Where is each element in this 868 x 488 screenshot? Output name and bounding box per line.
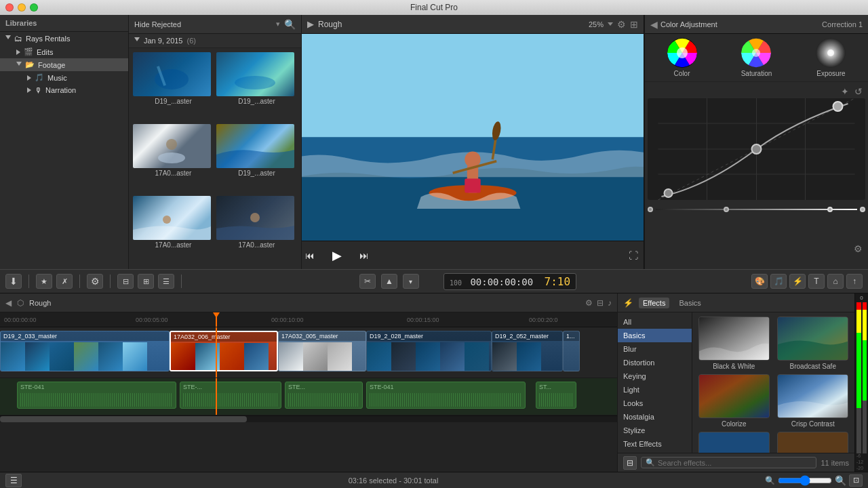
effect-broadcast[interactable]: Broadcast Safe xyxy=(776,317,851,370)
color-wheel-color[interactable]: Color xyxy=(667,38,697,77)
sidebar: Libraries 🗂 Rays Rentals 🎬 Edits 📂 Foota… xyxy=(0,15,129,269)
effects-search-input[interactable] xyxy=(658,459,812,467)
effect-partial-1[interactable] xyxy=(696,432,772,453)
effects-tab-effects[interactable]: Effects xyxy=(639,298,669,308)
scrollbar-thumb[interactable] xyxy=(0,416,247,422)
zoom-slider[interactable] xyxy=(778,475,832,486)
audio-clip-2[interactable]: STE-... xyxy=(180,382,281,409)
mid-handle[interactable] xyxy=(724,207,729,212)
blade-tool[interactable]: ✂ xyxy=(359,274,376,289)
timeline-settings-icon[interactable]: ⚙ xyxy=(585,298,593,308)
zoom-control[interactable]: 🔍 🔍 ⊡ xyxy=(765,474,863,487)
fit-button[interactable]: ⊡ xyxy=(849,474,863,487)
curves-bottom-icon[interactable]: ⚙ xyxy=(854,243,863,254)
timeline-audio-icon[interactable]: ♪ xyxy=(608,298,612,308)
clip-6[interactable]: 1... xyxy=(563,331,580,371)
media-thumb-1[interactable]: D19_...aster xyxy=(133,52,214,121)
timeline-scrollbar[interactable] xyxy=(0,415,617,422)
sidebar-item-footage[interactable]: 📂 Footage xyxy=(0,58,128,71)
clip-1[interactable]: D19_2_033_master xyxy=(0,331,170,371)
color-back-icon[interactable]: ◀ xyxy=(650,19,658,30)
view-list-button[interactable]: ⊟ xyxy=(117,274,134,289)
zoom-dropdown-icon[interactable] xyxy=(608,22,613,26)
audio-clip-1[interactable]: STE-041 xyxy=(17,382,176,409)
effects-cat-all[interactable]: All xyxy=(618,315,692,329)
effects-cat-keying[interactable]: Keying xyxy=(618,369,692,383)
share-button[interactable]: ↑ xyxy=(846,274,863,289)
clip-3[interactable]: 17A032_005_master xyxy=(278,331,366,371)
effects-tab-basics[interactable]: Basics xyxy=(675,298,705,308)
effects-categories: All Basics Blur Distortion Keying Light … xyxy=(618,312,692,453)
audio-clip-4[interactable]: STE-041 xyxy=(366,382,526,409)
white-handle[interactable] xyxy=(860,207,865,212)
curves-reset-icon[interactable]: ↺ xyxy=(854,86,863,97)
tool-dropdown[interactable]: ▾ xyxy=(403,274,419,289)
timecode-display[interactable]: 100 00:00:00:00 7:10 xyxy=(443,273,576,290)
import-button[interactable]: ⬇ xyxy=(5,274,22,289)
effects-cat-looks[interactable]: Looks xyxy=(618,396,692,410)
audio-clip-3[interactable]: STE... xyxy=(285,382,363,409)
effects-cat-text[interactable]: Text Effects xyxy=(618,437,692,451)
view-filmstrip-button[interactable]: ☰ xyxy=(158,274,174,289)
timeline-collapse-icon[interactable]: ◀ xyxy=(5,298,12,308)
filter-dropdown-icon[interactable]: ▾ xyxy=(276,20,280,28)
select-tool[interactable]: ▲ xyxy=(381,274,397,289)
audio-button[interactable]: 🎵 xyxy=(770,274,787,289)
viewer-settings-icon[interactable]: ⚙ xyxy=(617,19,626,30)
audio-clip-5[interactable]: ST... xyxy=(536,382,576,409)
sidebar-item-music[interactable]: 🎵 Music xyxy=(0,71,128,84)
color-wheel-exposure[interactable]: Exposure xyxy=(816,38,846,77)
timeline-view-icon[interactable]: ⊟ xyxy=(597,298,604,308)
prev-button[interactable]: ⏮ xyxy=(302,247,318,264)
effects-cat-light[interactable]: Light xyxy=(618,383,692,396)
close-button[interactable] xyxy=(5,3,14,12)
effects-cat-distortion[interactable]: Distortion xyxy=(618,356,692,369)
favorite-button[interactable]: ★ xyxy=(36,274,52,289)
minimize-button[interactable] xyxy=(18,3,26,12)
media-thumb-5[interactable]: 17A0...aster xyxy=(133,196,214,265)
viewer-expand-icon[interactable]: ⊞ xyxy=(630,19,638,30)
browser-filter[interactable]: Hide Rejected xyxy=(134,20,272,28)
zoom-in-icon[interactable]: 🔍 xyxy=(835,475,846,486)
effects-cat-blur[interactable]: Blur xyxy=(618,342,692,356)
generator-button[interactable]: T xyxy=(808,274,825,289)
effects-cat-basics[interactable]: Basics xyxy=(618,329,692,342)
effects-button[interactable]: ⚡ xyxy=(789,274,806,289)
curves-settings-icon[interactable]: ✦ xyxy=(841,86,849,97)
clip-4[interactable]: D19_2_028_master xyxy=(366,331,492,371)
next-button[interactable]: ⏭ xyxy=(356,247,372,264)
effect-colorize[interactable]: Colorize xyxy=(696,374,772,428)
brightness-slider[interactable] xyxy=(648,203,865,216)
effects-cat-nostalgia[interactable]: Nostalgia xyxy=(618,410,692,424)
clip-5[interactable]: D19_2_052_master xyxy=(492,331,563,371)
media-thumb-4[interactable]: D19_...aster xyxy=(216,124,297,193)
effect-crisp[interactable]: Crisp Contrast xyxy=(776,374,851,428)
media-thumb-6[interactable]: 17A0...aster xyxy=(216,196,297,265)
color-wheel-saturation[interactable]: Saturation xyxy=(741,38,772,77)
index-button[interactable]: ☰ xyxy=(5,474,22,487)
effects-search-box[interactable]: 🔍 xyxy=(641,457,816,468)
effect-partial-2[interactable] xyxy=(776,432,851,453)
play-button[interactable]: ▶ xyxy=(329,247,345,264)
effects-filter-button[interactable]: ⊟ xyxy=(623,456,637,470)
media-thumb-3[interactable]: 17A0...aster xyxy=(133,124,214,193)
theme-button[interactable]: ⌂ xyxy=(827,274,844,289)
media-thumb-2[interactable]: D19_...aster xyxy=(216,52,297,121)
effects-cat-stylize[interactable]: Stylize xyxy=(618,424,692,437)
color-button[interactable]: 🎨 xyxy=(751,274,768,289)
clip-2[interactable]: 17A032_006_master xyxy=(170,331,278,371)
shadow-handle[interactable] xyxy=(648,207,653,212)
maximize-button[interactable] xyxy=(30,3,38,12)
sidebar-item-rays-rentals[interactable]: 🗂 Rays Rentals xyxy=(0,32,128,45)
highlight-handle[interactable] xyxy=(827,207,833,212)
sidebar-item-edits[interactable]: 🎬 Edits xyxy=(0,45,128,58)
reject-button[interactable]: ✗ xyxy=(56,274,73,289)
effect-bw[interactable]: Black & White xyxy=(696,317,772,370)
view-grid-button[interactable]: ⊞ xyxy=(138,274,154,289)
sidebar-item-narration[interactable]: 🎙 Narration xyxy=(0,84,128,96)
fullscreen-button[interactable]: ⛶ xyxy=(629,250,638,261)
zoom-percent[interactable]: 25% xyxy=(589,20,604,28)
transform-button[interactable]: ⚙ xyxy=(87,274,103,289)
zoom-out-icon[interactable]: 🔍 xyxy=(765,476,775,485)
search-icon[interactable]: 🔍 xyxy=(284,19,296,30)
